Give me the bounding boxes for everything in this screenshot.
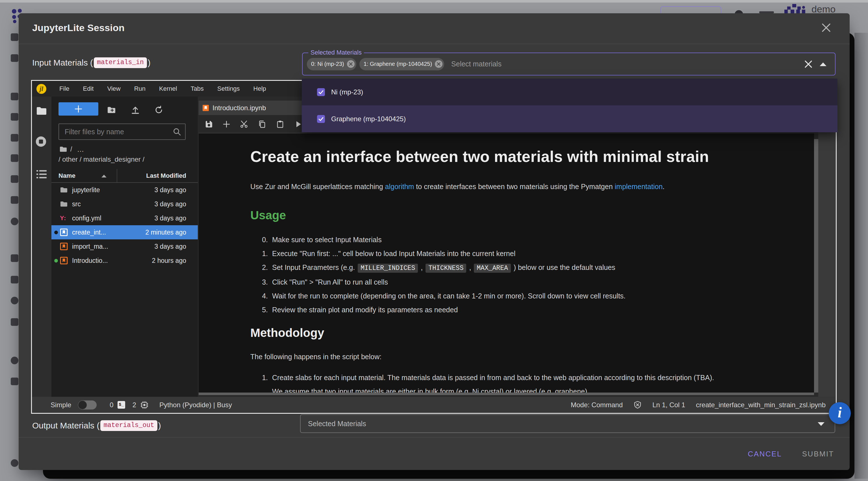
kernel-status[interactable]: Python (Pyodide) | Busy	[159, 401, 232, 409]
info-button[interactable]: i	[829, 402, 851, 424]
clear-selection-icon[interactable]	[804, 60, 813, 68]
menu-item[interactable]: File	[53, 81, 76, 97]
command-mode-indicator[interactable]: Mode: Command	[571, 401, 623, 409]
material-option-label: Graphene (mp-1040425)	[331, 115, 406, 123]
usage-item-5-marker: 5.	[250, 303, 268, 317]
usage-item-4: 4.Wait for the run to complete (dependin…	[250, 289, 626, 303]
menu-item[interactable]: Settings	[211, 81, 247, 97]
sidebar-icon	[11, 357, 19, 364]
material-option[interactable]: Graphene (mp-1040425)	[302, 106, 837, 132]
save-icon[interactable]	[205, 120, 213, 128]
notebook-horizontal-scrollbar[interactable]	[198, 393, 814, 395]
methodology-item-1: 1.Create slabs for each input material. …	[250, 371, 714, 393]
sidebar-icon	[11, 175, 19, 183]
brand-pixel-logo	[784, 4, 806, 13]
notebook-vertical-scrollbar[interactable]	[814, 139, 818, 393]
submit-button[interactable]: SUBMIT	[802, 438, 834, 470]
file-row[interactable]: jupyterlite 3 days ago	[52, 183, 198, 197]
file-row[interactable]: create_int... 2 minutes ago	[52, 225, 198, 239]
column-last-modified[interactable]: Last Modified	[146, 169, 186, 182]
file-modified: 3 days ago	[154, 183, 186, 197]
dialog-header: JupyterLite Session	[19, 13, 849, 44]
paste-cell-icon[interactable]	[276, 120, 284, 128]
new-folder-icon[interactable]	[107, 106, 116, 115]
yaml-file-icon: Y:	[60, 214, 68, 222]
column-name[interactable]: Name	[59, 169, 75, 182]
copy-cell-icon[interactable]	[258, 120, 266, 128]
file-row[interactable]: import_ma... 3 days ago	[52, 239, 198, 253]
table-of-contents-icon[interactable]	[36, 169, 47, 180]
terminal-icon[interactable]: $_	[118, 401, 125, 409]
menu-item[interactable]: Run	[127, 81, 152, 97]
methodology-item-1-marker: 1.	[250, 371, 268, 393]
usage-item-0-text: Make sure to select Input Materials	[272, 233, 382, 247]
file-modified: 2 hours ago	[152, 253, 186, 268]
implementation-link[interactable]: implementation	[615, 183, 663, 190]
usage-item-2-post: ) below or use the default values	[512, 263, 615, 271]
usage-item-3-text: Click "Run" > "Run All" to run all cells	[272, 275, 388, 289]
menu-item[interactable]: Edit	[76, 81, 100, 97]
file-name: jupyterlite	[72, 183, 100, 197]
notebook-file-icon	[60, 242, 68, 250]
close-icon[interactable]	[820, 22, 832, 34]
file-row[interactable]: Y: config.yml 3 days ago	[52, 211, 198, 225]
menu-item[interactable]: Tabs	[184, 81, 211, 97]
breadcrumb-path[interactable]: / other / materials_designer /	[59, 155, 144, 163]
breadcrumb-root[interactable]: /	[70, 146, 72, 153]
file-list-header: Name Last Modified	[52, 169, 198, 183]
breadcrumb-ellipsis[interactable]: …	[77, 145, 85, 153]
new-launcher-button[interactable]	[59, 102, 98, 116]
output-materials-select[interactable]: Selected Materials	[300, 414, 835, 433]
file-browser-icon[interactable]	[36, 106, 47, 117]
background-right-shade	[855, 33, 868, 479]
notebook-tab-icon	[202, 104, 209, 112]
running-sessions-icon[interactable]	[35, 136, 46, 147]
kernel-chip-icon[interactable]	[140, 401, 149, 409]
chip-remove-icon[interactable]	[347, 60, 354, 68]
material-chip[interactable]: 1: Graphene (mp-1040425)	[360, 58, 444, 70]
cut-cell-icon[interactable]	[240, 120, 248, 128]
file-name: import_ma...	[72, 239, 108, 253]
methodology-item-1-text: Create slabs for each input material. Th…	[272, 371, 714, 393]
menu-item[interactable]: Help	[247, 81, 273, 97]
run-cell-icon[interactable]	[294, 120, 302, 128]
checkbox-checked-icon[interactable]	[317, 88, 325, 96]
usage-item-0: 0.Make sure to select Input Materials	[250, 233, 626, 247]
cancel-button[interactable]: CANCEL	[748, 438, 782, 470]
simple-mode-toggle[interactable]	[78, 400, 97, 410]
status-filename[interactable]: create_interface_with_min_strain_zsl.ipy…	[696, 401, 826, 409]
file-row[interactable]: src 3 days ago	[52, 197, 198, 211]
select-materials-placeholder[interactable]: Select materials	[451, 60, 501, 68]
material-chip[interactable]: 0: Ni (mp-23)	[307, 58, 356, 70]
collapse-dropdown-icon[interactable]	[820, 62, 827, 66]
file-row[interactable]: Introductio... 2 hours ago	[52, 253, 198, 268]
code-thickness: THICKNESS	[426, 264, 466, 273]
usage-item-2-marker: 2.	[250, 261, 268, 275]
filter-files-input[interactable]: Filter files by name	[59, 123, 186, 140]
folder-icon	[60, 186, 68, 194]
add-cell-icon[interactable]	[222, 120, 230, 128]
menu-item[interactable]: View	[100, 81, 127, 97]
notebook-document[interactable]: Create an interface between two material…	[198, 133, 814, 393]
chip-remove-icon[interactable]	[435, 60, 442, 68]
material-option[interactable]: Ni (mp-23)	[302, 79, 837, 106]
algorithm-link[interactable]: algorithm	[385, 183, 414, 190]
file-modified: 3 days ago	[154, 239, 186, 253]
notebook-intro: Use Zur and McGill superlattices matchin…	[250, 183, 664, 191]
jupyterlite-logo-icon: jl	[36, 84, 46, 94]
sidebar-icon	[11, 113, 19, 121]
output-select-value: Selected Materials	[308, 415, 366, 432]
trust-shield-icon[interactable]	[633, 401, 642, 409]
selected-materials-input[interactable]: Selected Materials 0: Ni (mp-23) 1: Grap…	[302, 53, 836, 76]
home-folder-icon[interactable]	[59, 146, 67, 153]
cursor-position[interactable]: Ln 1, Col 1	[652, 401, 685, 409]
upload-icon[interactable]	[131, 106, 140, 115]
menu-item[interactable]: Kernel	[152, 81, 184, 97]
material-option-label: Ni (mp-23)	[331, 88, 363, 96]
refresh-icon[interactable]	[154, 106, 163, 115]
simple-mode-label: Simple	[51, 401, 71, 409]
usage-item-2: 2.Set Input Parameters (e.g. MILLER_INDI…	[250, 261, 626, 275]
checkbox-checked-icon[interactable]	[317, 115, 325, 123]
sidebar-icon	[11, 218, 19, 225]
tab-introduction-ipynb[interactable]: Introduction.ipynb	[198, 100, 317, 115]
